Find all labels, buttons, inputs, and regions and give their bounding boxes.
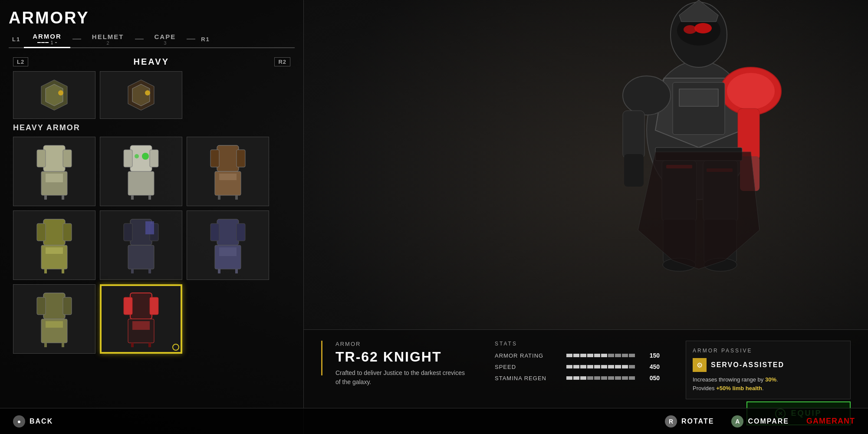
top-row xyxy=(13,71,290,119)
svg-rect-30 xyxy=(63,224,72,241)
svg-marker-72 xyxy=(679,0,718,22)
rotate-icon: R xyxy=(665,415,677,427)
tab-cape[interactable]: CAPE 3 xyxy=(146,31,185,47)
svg-point-2 xyxy=(58,90,63,95)
category-l2-button[interactable]: L2 xyxy=(13,57,28,66)
armor-card-h1[interactable] xyxy=(13,137,95,206)
svg-point-67 xyxy=(623,76,671,115)
armor-card-h6[interactable] xyxy=(187,210,269,280)
svg-rect-39 xyxy=(145,221,154,234)
svg-rect-7 xyxy=(37,150,46,167)
stat-bar-armor xyxy=(566,354,636,357)
rotate-action[interactable]: R ROTATE xyxy=(665,415,714,427)
svg-rect-28 xyxy=(43,219,65,245)
passive-name-row: ⚙ SERVO-ASSISTED xyxy=(693,358,844,372)
tab-r1-button[interactable]: R1 xyxy=(197,34,214,44)
svg-point-66 xyxy=(727,73,775,109)
svg-rect-57 xyxy=(124,297,132,315)
svg-rect-49 xyxy=(43,293,65,319)
armor-card-h3[interactable] xyxy=(187,137,269,206)
svg-point-70 xyxy=(694,23,712,33)
section-label-heavy: HEAVY ARMOR xyxy=(13,123,290,132)
svg-rect-75 xyxy=(623,111,644,158)
svg-rect-60 xyxy=(132,321,150,330)
svg-rect-22 xyxy=(210,150,219,167)
svg-rect-14 xyxy=(124,150,132,167)
back-label: BACK xyxy=(30,418,53,425)
compare-action[interactable]: A COMPARE xyxy=(731,415,789,427)
svg-rect-44 xyxy=(237,224,245,241)
tab-l1-button[interactable]: L1 xyxy=(9,34,24,44)
svg-rect-38 xyxy=(128,245,154,269)
armor-card-top2[interactable] xyxy=(100,71,182,119)
svg-rect-6 xyxy=(43,145,65,171)
compare-label: COMPARE xyxy=(748,418,789,425)
stat-label-stamina: STAMINA REGEN xyxy=(495,375,560,381)
category-title: HEAVY xyxy=(134,57,169,67)
armor-card-h2[interactable] xyxy=(100,137,182,206)
compare-icon: A xyxy=(731,415,743,427)
svg-point-5 xyxy=(145,90,150,95)
svg-rect-32 xyxy=(46,247,63,254)
armor-card-top1[interactable] xyxy=(13,71,95,119)
armor-category-label: ARMOR xyxy=(335,341,469,347)
svg-rect-29 xyxy=(37,224,46,241)
svg-rect-43 xyxy=(210,224,219,241)
stat-value-stamina: 050 xyxy=(642,375,660,381)
svg-rect-53 xyxy=(46,321,63,328)
category-row: L2 HEAVY R2 xyxy=(9,57,295,67)
svg-rect-25 xyxy=(219,174,237,180)
svg-rect-10 xyxy=(46,174,63,182)
svg-rect-56 xyxy=(130,293,152,319)
info-top: ARMOR TR-62 KNIGHT Crafted to deliver Ju… xyxy=(321,341,851,399)
category-r2-button[interactable]: R2 xyxy=(274,57,290,66)
armor-card-h7[interactable] xyxy=(13,284,95,354)
armor-info-block: ARMOR TR-62 KNIGHT Crafted to deliver Ju… xyxy=(321,341,469,387)
svg-rect-16 xyxy=(128,171,154,195)
stat-label-speed: SPEED xyxy=(495,364,560,370)
back-icon: ● xyxy=(13,415,25,427)
armor-card-h5[interactable] xyxy=(100,210,182,280)
armor-grid[interactable]: HEAVY ARMOR xyxy=(9,71,295,434)
armor-info-text: ARMOR TR-62 KNIGHT Crafted to deliver Ju… xyxy=(335,341,469,387)
heavy-row-3 xyxy=(13,284,290,354)
armor-name: TR-62 KNIGHT xyxy=(335,349,469,365)
svg-rect-23 xyxy=(237,150,245,167)
svg-rect-46 xyxy=(219,247,237,256)
character-figure xyxy=(551,0,833,339)
accent-divider xyxy=(321,341,322,375)
svg-rect-58 xyxy=(150,297,158,315)
svg-rect-76 xyxy=(624,154,644,187)
right-panel: ARMOR TR-62 KNIGHT Crafted to deliver Ju… xyxy=(304,0,868,434)
bottom-right-actions: R ROTATE A COMPARE GAMERANT xyxy=(665,415,855,427)
back-action[interactable]: ● BACK xyxy=(13,415,53,427)
svg-rect-51 xyxy=(63,297,72,315)
stat-bar-stamina xyxy=(566,376,636,380)
passive-section: ARMOR PASSIVE ⚙ SERVO-ASSISTED Increases… xyxy=(686,341,851,399)
svg-rect-8 xyxy=(63,150,72,167)
tab-navigation: L1 ARMOR 1 HELMET 2 CAPE 3 xyxy=(9,31,295,48)
svg-rect-42 xyxy=(217,219,239,245)
svg-rect-36 xyxy=(124,224,132,241)
armor-description: Crafted to deliver Justice to the darkes… xyxy=(335,368,469,387)
armor-card-h4[interactable] xyxy=(13,210,95,280)
armor-card-h8[interactable] xyxy=(100,284,182,354)
svg-rect-13 xyxy=(130,145,152,171)
stat-label-armor: ARMOR RATING xyxy=(495,352,560,359)
rotate-label: ROTATE xyxy=(681,418,714,425)
stat-row-armor: ARMOR RATING xyxy=(495,352,660,359)
svg-rect-50 xyxy=(37,297,46,315)
bottom-bar: ● BACK R ROTATE A COMPARE GAMERANT xyxy=(0,408,868,434)
stat-row-stamina: STAMINA REGEN xyxy=(495,375,660,381)
passive-icon: ⚙ xyxy=(693,358,707,372)
tab-helmet[interactable]: HELMET 2 xyxy=(83,31,133,47)
stat-row-speed: SPEED 450 xyxy=(495,363,660,370)
passive-name: SERVO-ASSISTED xyxy=(711,361,784,369)
svg-rect-15 xyxy=(150,150,158,167)
svg-point-18 xyxy=(135,154,139,158)
stat-bar-speed xyxy=(566,365,636,368)
passive-title: ARMOR PASSIVE xyxy=(693,348,844,354)
tab-armor[interactable]: ARMOR 1 xyxy=(24,31,70,48)
svg-rect-21 xyxy=(217,145,239,171)
svg-point-17 xyxy=(142,153,149,160)
